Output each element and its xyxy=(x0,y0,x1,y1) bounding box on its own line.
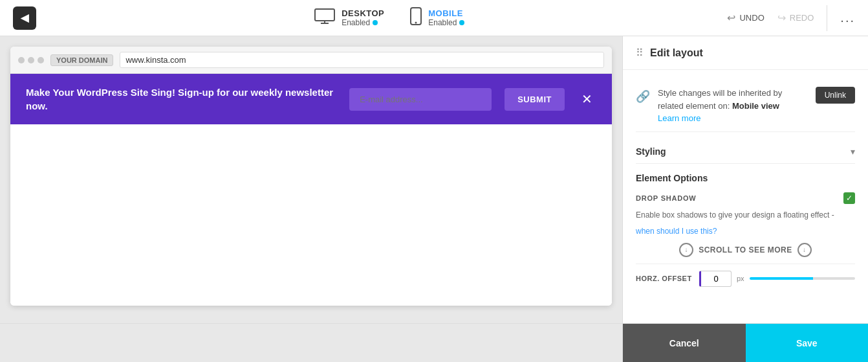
grid-icon: ⠿ xyxy=(636,47,644,59)
cancel-button[interactable]: Cancel xyxy=(623,324,746,362)
browser-dot-2 xyxy=(28,57,34,63)
browser-domain-tag: YOUR DOMAIN xyxy=(50,54,113,66)
horz-offset-label: HORZ. OFFSET xyxy=(636,275,694,282)
undo-icon: ↩ xyxy=(727,12,735,24)
styling-title: Styling xyxy=(636,146,666,157)
logo-icon[interactable]: ◀ xyxy=(13,6,36,30)
preview-panel: YOUR DOMAIN www.kinsta.com Make Your Wor… xyxy=(0,36,622,323)
learn-more-link[interactable]: Learn more xyxy=(658,113,700,123)
desktop-device-name: DESKTOP xyxy=(342,8,384,18)
preview-content xyxy=(10,124,612,306)
banner-email-input[interactable] xyxy=(349,88,492,111)
newsletter-banner: Make Your WordPress Site Sing! Sign-up f… xyxy=(10,74,612,124)
mobile-view-link[interactable]: Mobile view xyxy=(732,101,779,111)
info-box: 🔗 Style changes will be inherited by rel… xyxy=(636,80,855,132)
top-bar-actions: ↩ UNDO ↪ REDO ... xyxy=(727,5,855,31)
link-icon: 🔗 xyxy=(636,89,650,104)
top-bar-divider xyxy=(827,5,827,31)
desktop-device-status: Enabled xyxy=(342,18,384,27)
info-text: Style changes will be inherited by relat… xyxy=(658,87,808,125)
mobile-device-info: MOBILE Enabled xyxy=(428,8,464,27)
when-link[interactable]: when should I use this? xyxy=(636,227,717,236)
scroll-hint: ↓ SCROLL TO SEE MORE ↓ xyxy=(636,236,855,264)
right-panel: ⠿ Edit layout 🔗 Style changes will be in… xyxy=(622,36,868,323)
styling-section-header[interactable]: Styling ▾ xyxy=(636,140,855,164)
horz-offset-input[interactable] xyxy=(699,271,732,287)
browser-url: www.kinsta.com xyxy=(120,52,604,68)
device-switcher: DESKTOP Enabled MOBILE Enabled xyxy=(52,7,727,29)
drop-shadow-label: DROP SHADOW xyxy=(636,194,697,202)
mobile-status-dot xyxy=(459,20,464,25)
redo-icon: ↪ xyxy=(777,12,786,24)
drop-shadow-checkbox[interactable]: ✓ xyxy=(843,192,855,204)
horz-offset-unit: px xyxy=(737,275,744,282)
browser-dots xyxy=(18,57,44,63)
bottom-left-spacer xyxy=(0,324,622,362)
right-panel-body: 🔗 Style changes will be inherited by rel… xyxy=(623,70,868,323)
browser-dot-1 xyxy=(18,57,25,63)
save-button[interactable]: Save xyxy=(746,324,869,362)
redo-button[interactable]: ↪ REDO xyxy=(777,12,814,24)
bottom-bar: Cancel Save xyxy=(0,323,868,362)
element-options-title: Element Options xyxy=(636,173,855,183)
browser-window: YOUR DOMAIN www.kinsta.com Make Your Wor… xyxy=(10,47,612,306)
horz-offset-slider[interactable] xyxy=(750,277,855,280)
browser-bar: YOUR DOMAIN www.kinsta.com xyxy=(10,47,612,74)
desktop-device-option[interactable]: DESKTOP Enabled xyxy=(314,8,384,28)
right-panel-header: ⠿ Edit layout xyxy=(623,36,868,70)
banner-submit-button[interactable]: SUBMIT xyxy=(505,88,565,111)
svg-rect-0 xyxy=(315,9,334,21)
scroll-down-icon-right: ↓ xyxy=(797,243,812,257)
undo-button[interactable]: ↩ UNDO xyxy=(727,12,764,24)
logo-area: ◀ xyxy=(13,6,52,30)
browser-dot-3 xyxy=(38,57,44,63)
top-bar: ◀ DESKTOP Enabled xyxy=(0,0,868,36)
styling-chevron-icon: ▾ xyxy=(851,146,855,157)
unlink-button[interactable]: Unlink xyxy=(816,87,855,104)
scroll-down-icon-left: ↓ xyxy=(679,243,693,257)
main-area: YOUR DOMAIN www.kinsta.com Make Your Wor… xyxy=(0,36,868,323)
mobile-device-status: Enabled xyxy=(428,18,464,27)
drop-shadow-row: DROP SHADOW ✓ xyxy=(636,192,855,204)
mobile-device-name: MOBILE xyxy=(428,8,464,18)
mobile-device-option[interactable]: MOBILE Enabled xyxy=(410,7,464,29)
svg-point-4 xyxy=(415,21,417,23)
bottom-actions: Cancel Save xyxy=(622,324,868,362)
desktop-device-info: DESKTOP Enabled xyxy=(342,8,384,27)
mobile-icon xyxy=(410,7,422,29)
drop-shadow-desc: Enable box shadows to give your design a… xyxy=(636,209,855,221)
more-options-button[interactable]: ... xyxy=(840,10,855,25)
right-panel-title: Edit layout xyxy=(650,47,703,59)
banner-text: Make Your WordPress Site Sing! Sign-up f… xyxy=(26,85,336,113)
desktop-icon xyxy=(314,8,335,28)
horz-offset-row: HORZ. OFFSET px xyxy=(636,271,855,287)
banner-close-button[interactable]: ✕ xyxy=(578,91,596,107)
desktop-status-dot xyxy=(373,20,378,25)
